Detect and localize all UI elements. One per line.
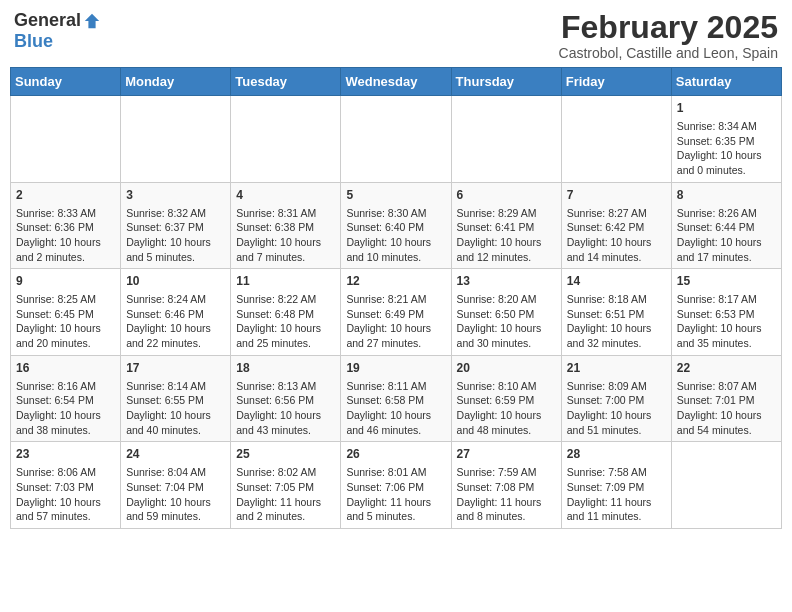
calendar-cell: 7Sunrise: 8:27 AMSunset: 6:42 PMDaylight…: [561, 182, 671, 269]
day-number: 21: [567, 360, 666, 377]
cell-info-line: Sunset: 6:56 PM: [236, 393, 335, 408]
day-number: 8: [677, 187, 776, 204]
cell-info-line: Sunset: 6:46 PM: [126, 307, 225, 322]
calendar-cell: 20Sunrise: 8:10 AMSunset: 6:59 PMDayligh…: [451, 355, 561, 442]
day-number: 20: [457, 360, 556, 377]
weekday-header: Wednesday: [341, 68, 451, 96]
calendar-cell: 25Sunrise: 8:02 AMSunset: 7:05 PMDayligh…: [231, 442, 341, 529]
day-number: 28: [567, 446, 666, 463]
cell-info-line: Sunrise: 8:10 AM: [457, 379, 556, 394]
cell-info-line: Sunrise: 8:27 AM: [567, 206, 666, 221]
cell-info-line: Sunrise: 8:06 AM: [16, 465, 115, 480]
cell-info-line: Sunset: 7:04 PM: [126, 480, 225, 495]
cell-info-line: Daylight: 10 hours and 40 minutes.: [126, 408, 225, 437]
day-number: 10: [126, 273, 225, 290]
cell-info-line: Daylight: 10 hours and 30 minutes.: [457, 321, 556, 350]
cell-info-line: Sunset: 6:42 PM: [567, 220, 666, 235]
calendar-cell: 9Sunrise: 8:25 AMSunset: 6:45 PMDaylight…: [11, 269, 121, 356]
cell-info-line: Sunset: 7:06 PM: [346, 480, 445, 495]
cell-info-line: Sunset: 6:37 PM: [126, 220, 225, 235]
cell-info-line: Sunset: 7:01 PM: [677, 393, 776, 408]
cell-info-line: Sunrise: 8:33 AM: [16, 206, 115, 221]
cell-info-line: Daylight: 10 hours and 0 minutes.: [677, 148, 776, 177]
cell-info-line: Sunset: 6:51 PM: [567, 307, 666, 322]
calendar-cell: 5Sunrise: 8:30 AMSunset: 6:40 PMDaylight…: [341, 182, 451, 269]
page-header: General Blue February 2025 Castrobol, Ca…: [10, 10, 782, 61]
day-number: 22: [677, 360, 776, 377]
logo-icon: [83, 12, 101, 30]
logo-general: General: [14, 10, 81, 31]
cell-info-line: Sunset: 6:58 PM: [346, 393, 445, 408]
cell-info-line: Daylight: 10 hours and 22 minutes.: [126, 321, 225, 350]
cell-info-line: Daylight: 10 hours and 12 minutes.: [457, 235, 556, 264]
calendar-cell: 26Sunrise: 8:01 AMSunset: 7:06 PMDayligh…: [341, 442, 451, 529]
day-number: 19: [346, 360, 445, 377]
calendar-cell: [451, 96, 561, 183]
weekday-header: Saturday: [671, 68, 781, 96]
cell-info-line: Sunset: 6:40 PM: [346, 220, 445, 235]
calendar-cell: 13Sunrise: 8:20 AMSunset: 6:50 PMDayligh…: [451, 269, 561, 356]
day-number: 1: [677, 100, 776, 117]
cell-info-line: Daylight: 10 hours and 46 minutes.: [346, 408, 445, 437]
cell-info-line: Sunset: 6:59 PM: [457, 393, 556, 408]
cell-info-line: Sunrise: 8:02 AM: [236, 465, 335, 480]
day-number: 16: [16, 360, 115, 377]
day-number: 18: [236, 360, 335, 377]
cell-info-line: Sunrise: 8:13 AM: [236, 379, 335, 394]
cell-info-line: Sunset: 6:38 PM: [236, 220, 335, 235]
cell-info-line: Sunrise: 8:24 AM: [126, 292, 225, 307]
cell-info-line: Sunset: 6:50 PM: [457, 307, 556, 322]
cell-info-line: Daylight: 10 hours and 10 minutes.: [346, 235, 445, 264]
cell-info-line: Sunset: 6:48 PM: [236, 307, 335, 322]
day-number: 3: [126, 187, 225, 204]
cell-info-line: Sunset: 7:09 PM: [567, 480, 666, 495]
calendar-cell: 18Sunrise: 8:13 AMSunset: 6:56 PMDayligh…: [231, 355, 341, 442]
calendar-cell: 28Sunrise: 7:58 AMSunset: 7:09 PMDayligh…: [561, 442, 671, 529]
cell-info-line: Daylight: 11 hours and 5 minutes.: [346, 495, 445, 524]
cell-info-line: Sunrise: 8:29 AM: [457, 206, 556, 221]
cell-info-line: Sunrise: 8:22 AM: [236, 292, 335, 307]
cell-info-line: Daylight: 10 hours and 59 minutes.: [126, 495, 225, 524]
cell-info-line: Sunrise: 8:04 AM: [126, 465, 225, 480]
cell-info-line: Daylight: 10 hours and 51 minutes.: [567, 408, 666, 437]
day-number: 14: [567, 273, 666, 290]
cell-info-line: Daylight: 10 hours and 54 minutes.: [677, 408, 776, 437]
calendar-cell: [341, 96, 451, 183]
cell-info-line: Sunrise: 8:30 AM: [346, 206, 445, 221]
calendar-cell: 27Sunrise: 7:59 AMSunset: 7:08 PMDayligh…: [451, 442, 561, 529]
cell-info-line: Sunset: 6:54 PM: [16, 393, 115, 408]
calendar-week-row: 23Sunrise: 8:06 AMSunset: 7:03 PMDayligh…: [11, 442, 782, 529]
cell-info-line: Sunset: 7:08 PM: [457, 480, 556, 495]
day-number: 27: [457, 446, 556, 463]
cell-info-line: Sunrise: 8:17 AM: [677, 292, 776, 307]
day-number: 25: [236, 446, 335, 463]
title-block: February 2025 Castrobol, Castille and Le…: [559, 10, 778, 61]
cell-info-line: Sunrise: 8:31 AM: [236, 206, 335, 221]
cell-info-line: Daylight: 10 hours and 43 minutes.: [236, 408, 335, 437]
calendar-cell: 16Sunrise: 8:16 AMSunset: 6:54 PMDayligh…: [11, 355, 121, 442]
cell-info-line: Daylight: 10 hours and 48 minutes.: [457, 408, 556, 437]
calendar-week-row: 2Sunrise: 8:33 AMSunset: 6:36 PMDaylight…: [11, 182, 782, 269]
calendar-cell: 12Sunrise: 8:21 AMSunset: 6:49 PMDayligh…: [341, 269, 451, 356]
cell-info-line: Sunset: 6:35 PM: [677, 134, 776, 149]
cell-info-line: Sunrise: 8:21 AM: [346, 292, 445, 307]
cell-info-line: Sunset: 6:55 PM: [126, 393, 225, 408]
cell-info-line: Daylight: 10 hours and 57 minutes.: [16, 495, 115, 524]
cell-info-line: Daylight: 10 hours and 14 minutes.: [567, 235, 666, 264]
calendar-cell: 19Sunrise: 8:11 AMSunset: 6:58 PMDayligh…: [341, 355, 451, 442]
location-title: Castrobol, Castille and Leon, Spain: [559, 45, 778, 61]
calendar-cell: 24Sunrise: 8:04 AMSunset: 7:04 PMDayligh…: [121, 442, 231, 529]
cell-info-line: Sunset: 7:00 PM: [567, 393, 666, 408]
cell-info-line: Daylight: 10 hours and 35 minutes.: [677, 321, 776, 350]
cell-info-line: Daylight: 11 hours and 2 minutes.: [236, 495, 335, 524]
calendar-week-row: 9Sunrise: 8:25 AMSunset: 6:45 PMDaylight…: [11, 269, 782, 356]
calendar-cell: 1Sunrise: 8:34 AMSunset: 6:35 PMDaylight…: [671, 96, 781, 183]
cell-info-line: Daylight: 10 hours and 7 minutes.: [236, 235, 335, 264]
day-number: 7: [567, 187, 666, 204]
month-title: February 2025: [559, 10, 778, 45]
calendar-cell: 21Sunrise: 8:09 AMSunset: 7:00 PMDayligh…: [561, 355, 671, 442]
cell-info-line: Sunset: 6:44 PM: [677, 220, 776, 235]
weekday-header: Thursday: [451, 68, 561, 96]
day-number: 24: [126, 446, 225, 463]
calendar-cell: 15Sunrise: 8:17 AMSunset: 6:53 PMDayligh…: [671, 269, 781, 356]
